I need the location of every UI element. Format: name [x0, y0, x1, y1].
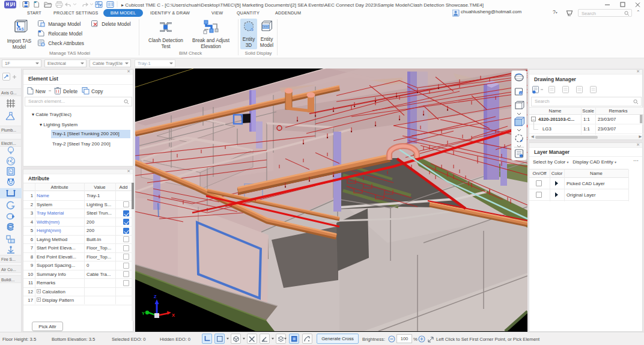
- svg-text:3D: 3D: [251, 29, 255, 32]
- svg-text:TAS: TAS: [16, 27, 24, 31]
- svg-text:Copy: Copy: [91, 88, 103, 94]
- svg-text:X: X: [172, 313, 175, 318]
- svg-text:Z: Z: [154, 294, 157, 299]
- svg-text:3D: 3D: [519, 93, 523, 96]
- svg-text:Y: Y: [142, 311, 145, 316]
- svg-text:BIM: BIM: [264, 25, 269, 28]
- svg-text:Delete: Delete: [63, 88, 78, 94]
- svg-text:New: New: [35, 88, 46, 94]
